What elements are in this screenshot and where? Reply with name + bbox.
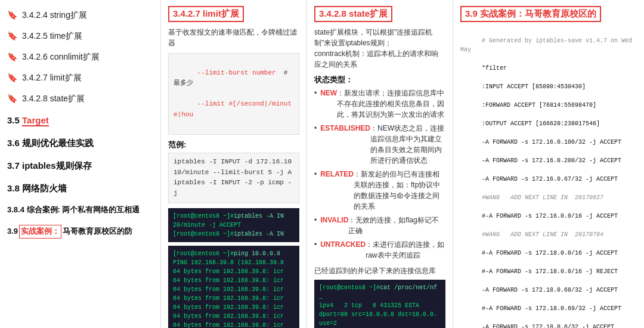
term-new: NEW xyxy=(320,88,337,98)
bookmark-icon: 🔖 xyxy=(7,72,17,84)
term-related: RELATED xyxy=(320,169,354,180)
code-text2: --limit #[/second|/minute|hou xyxy=(174,100,292,118)
sidebar-item-label: 3.4.2.5 time扩展 xyxy=(22,30,82,42)
code-add-next-1: #WANG ADD NEXT LINE IN 20170627 xyxy=(482,194,603,201)
panel-case: 3.9 实战案例：马哥教育原校区的 # Generated by iptable… xyxy=(453,0,644,328)
sidebar-item-label: 3.4.2.7 limit扩展 xyxy=(22,72,82,84)
sidebar: 🔖 3.4.2.4 string扩展 🔖 3.4.2.5 time扩展 🔖 3.… xyxy=(0,0,161,328)
bullet-list: NEW：新发出请求；连接追踪信息库中不存在此连接的相关信息条目，因此，将其识别为… xyxy=(314,88,445,261)
panel-limit: 3.4.2.7 limit扩展 基于收发报文的速率做匹配，令牌桶过滤器 --li… xyxy=(161,0,307,328)
panel-state-desc: state扩展模块，可以根据"连接追踪机制"来设置iptables规则；conn… xyxy=(314,27,445,70)
sidebar-item-label: 3.4.2.8 state扩展 xyxy=(22,92,85,105)
bullet-related: RELATED：新发起的但与已有连接相关联的连接，如：ftp协议中的数据连接与命… xyxy=(314,169,445,212)
code-comment: # Generated by iptables-save v1.4.7 on W… xyxy=(460,38,636,54)
panel-limit-desc: 基于收发报文的速率做匹配，令牌桶过滤器 xyxy=(168,27,299,48)
sidebar-section-38[interactable]: 3.8 网络防火墙 xyxy=(0,177,160,200)
sidebar-section-35[interactable]: 3.5 Target xyxy=(0,109,160,132)
sidebar-item-label: 3.4.2.4 string扩展 xyxy=(22,9,87,21)
sidebar-section-suffix: 马哥教育原校区的防 xyxy=(63,225,132,238)
status-label: 状态类型： xyxy=(314,75,445,85)
term-untracked: UNTRACKED xyxy=(320,239,366,250)
code-add-next-2: #WANG ADD NEXT LINE IN 20170704 xyxy=(482,231,603,238)
panel-state: 3.4.2.8 state扩展 state扩展模块，可以根据"连接追踪机制"来设… xyxy=(307,0,453,328)
code-line2: -A FORWARD -s 172.16.0.200/32 -j ACCEPT xyxy=(482,157,621,164)
sidebar-section-84[interactable]: 3.8.4 综合案例: 两个私有网络的互相通 xyxy=(0,200,160,221)
code-line1: -A FORWARD -s 172.16.0.100/32 -j ACCEPT xyxy=(482,139,621,146)
code-filter: *filter xyxy=(482,65,507,72)
bullet-untracked: UNTRACKED：未进行追踪的连接，如raw表中关闭追踪 xyxy=(314,239,445,261)
bullet-new: NEW：新发出请求；连接追踪信息库中不存在此连接的相关信息条目，因此，将其识别为… xyxy=(314,88,445,120)
bookmark-icon: 🔖 xyxy=(7,51,17,63)
bookmark-icon: 🔖 xyxy=(7,92,17,105)
panel-limit-terminal1: [root@centos8 ~]#iptables -A IN 20/minut… xyxy=(168,208,299,242)
panel-limit-code1: --limit-burst number #最多少 --limit #[/sec… xyxy=(168,53,299,135)
sidebar-item-3426[interactable]: 🔖 3.4.2.6 connlimit扩展 xyxy=(0,47,160,67)
sidebar-item-3428[interactable]: 🔖 3.4.2.8 state扩展 xyxy=(0,88,160,109)
panel-limit-terminal2: [root@centos6 ~]#ping 10.0.0.8 PING 192.… xyxy=(168,246,299,328)
sidebar-section-37[interactable]: 3.7 iptables规则保存 xyxy=(0,154,160,177)
code-line3: -A FORWARD -s 172.16.0.67/32 -j ACCEPT xyxy=(482,176,618,182)
sidebar-section-label: 3.8 网络防火墙 xyxy=(7,183,67,193)
bullet-established: ESTABLISHED：NEW状态之后，连接追踪信息库中为其建立的条目失效之前期… xyxy=(314,123,445,166)
code-forward-accept: :FORWARD ACCEPT [76814:55698470] xyxy=(482,102,596,109)
code-output-accept: :OUTPUT ACCEPT [166620:238017546] xyxy=(482,120,600,127)
sidebar-section-label: 3.8.4 综合案例: 两个私有网络的互相通 xyxy=(7,205,140,214)
sidebar-section-label: 3.7 iptables规则保存 xyxy=(7,160,92,171)
code-line4: #-A FORWARD -s 172.16.0.0/16 -j ACCEPT xyxy=(482,213,618,219)
code-line9: -A FORWARD -s 172.18.0.6/32 -j ACCEPT xyxy=(482,324,614,328)
code-text: --limit-burst number xyxy=(197,69,276,76)
code-line7: -A FORWARD -s 172.18.0.68/32 -j ACCEPT xyxy=(482,287,618,293)
panel-state-title: 3.4.2.8 state扩展 xyxy=(314,6,392,22)
sidebar-section-label: 3.6 规则优化最佳实践 xyxy=(7,138,94,148)
panel-limit-code2: iptables -I INPUT -d 172.16.1010/minute … xyxy=(168,153,299,203)
bookmark-icon: 🔖 xyxy=(7,9,17,21)
panel-case-title: 3.9 实战案例：马哥教育原校区的 xyxy=(460,6,601,22)
panel-case-code: # Generated by iptables-save v1.4.7 on W… xyxy=(460,27,637,328)
code-line8: #-A FORWARD -s 172.18.0.69/32 -j ACCEPT xyxy=(482,305,621,312)
section-red-box: 实战案例： xyxy=(19,225,61,239)
sidebar-item-3424[interactable]: 🔖 3.4.2.4 string扩展 xyxy=(0,5,160,26)
bullet-invalid: INVALID：无效的连接，如flag标记不正确 xyxy=(314,215,445,236)
sidebar-section-36[interactable]: 3.6 规则优化最佳实践 xyxy=(0,132,160,154)
bookmark-icon: 🔖 xyxy=(7,30,17,42)
term-invalid: INVALID xyxy=(320,215,348,225)
content-area: 3.4.2.7 limit扩展 基于收发报文的速率做匹配，令牌桶过滤器 --li… xyxy=(161,0,644,328)
code-line6: #-A FORWARD -s 172.18.0.0/16 -j REJECT xyxy=(482,268,618,275)
panel-limit-title: 3.4.2.7 limit扩展 xyxy=(168,6,244,22)
sidebar-item-3427[interactable]: 🔖 3.4.2.7 limit扩展 xyxy=(0,67,160,88)
sidebar-item-label: 3.4.2.6 connlimit扩展 xyxy=(22,51,100,63)
panel-state-terminal: [root@centos8 ~]#cat /proc/net/nf_ ipv4 … xyxy=(314,280,445,328)
section-highlight: Target xyxy=(22,115,49,126)
example-label: 范例: xyxy=(168,140,299,150)
db-label: 已经追踪到的并记录下来的连接信息库 xyxy=(314,265,445,276)
sidebar-item-3425[interactable]: 🔖 3.4.2.5 time扩展 xyxy=(0,26,160,47)
sidebar-section-39[interactable]: 3.9 实战案例：马哥教育原校区的防 xyxy=(0,221,160,243)
code-input: :INPUT ACCEPT [85890:4530430] xyxy=(482,83,586,90)
term-established: ESTABLISHED xyxy=(320,123,370,134)
code-line5: #-A FORWARD -s 172.18.0.0/16 -j ACCEPT xyxy=(482,250,618,256)
